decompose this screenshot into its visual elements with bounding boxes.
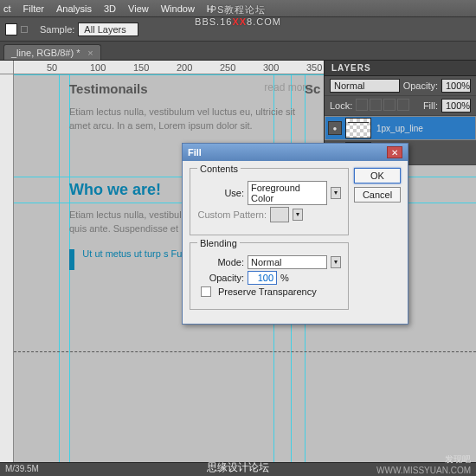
section-title-cut: Sc <box>305 81 320 96</box>
document-tab-bar: _line, RGB/8#) * × <box>0 42 476 61</box>
lock-all-icon[interactable] <box>397 99 409 111</box>
fill-dialog: Fill ✕ Contents Use: Foreground Color ▾ … <box>182 143 408 325</box>
opacity-label: Opacity: <box>403 80 438 91</box>
selection-boundary <box>14 351 476 352</box>
fill-field[interactable]: 100% <box>441 99 471 113</box>
chevron-down-icon: ▾ <box>293 209 303 221</box>
opacity-field[interactable]: 100% <box>441 79 471 93</box>
chevron-down-icon[interactable]: ▾ <box>331 256 341 268</box>
ruler-mark: 100 <box>90 62 106 73</box>
lock-position-icon[interactable] <box>383 99 396 111</box>
ruler-mark: 300 <box>263 62 279 73</box>
use-label: Use: <box>197 188 244 198</box>
blending-fieldset: Blending Mode: Normal ▾ Opacity: 100 % P… <box>190 242 349 310</box>
sample-label: Sample: <box>40 24 74 35</box>
dialog-title: Fill <box>188 147 387 158</box>
blend-mode-select[interactable]: Normal <box>330 79 400 93</box>
chevron-down-icon[interactable]: ▾ <box>331 187 341 199</box>
document-tab-name: _line, RGB/8#) * <box>11 48 80 58</box>
preserve-transparency-checkbox[interactable] <box>201 286 211 297</box>
ruler-mark: 50 <box>47 62 57 73</box>
menu-item[interactable]: View <box>128 3 149 14</box>
body-text: Etiam lectus nulla, vestibulum vel luctu… <box>69 105 312 132</box>
contents-fieldset: Contents Use: Foreground Color ▾ Custom … <box>190 168 349 235</box>
fill-label: Fill: <box>423 100 438 111</box>
sample-select[interactable]: All Layers <box>78 23 138 36</box>
layer-row-selected[interactable]: 1px_up_line <box>325 116 476 140</box>
cancel-button[interactable]: Cancel <box>354 187 401 203</box>
ruler-vertical[interactable] <box>0 74 14 462</box>
dialog-titlebar[interactable]: Fill ✕ <box>183 144 408 161</box>
mode-label: Mode: <box>197 257 244 267</box>
visibility-eye-icon[interactable] <box>328 121 342 135</box>
menu-item[interactable]: ct <box>3 3 11 14</box>
pattern-label: Custom Pattern: <box>197 209 267 220</box>
menu-bar: ct Filter Analysis 3D View Window H <box>0 0 476 17</box>
ok-button[interactable]: OK <box>354 168 401 183</box>
lock-pixels-icon[interactable] <box>370 99 382 111</box>
lock-label: Lock: <box>330 100 352 111</box>
ruler-mark: 150 <box>133 62 149 73</box>
panel-tab-layers[interactable]: LAYERS <box>325 61 476 76</box>
ruler-mark: 250 <box>220 62 235 73</box>
tool-swatch[interactable] <box>5 23 17 35</box>
quote-bar-icon <box>69 249 74 270</box>
opacity-label: Opacity: <box>197 273 244 283</box>
status-bar: M/39.5M <box>0 462 476 476</box>
menu-item[interactable]: Analysis <box>56 3 92 14</box>
percent-label: % <box>280 273 289 283</box>
section-title: Testimonails <box>69 81 148 96</box>
fieldset-legend: Contents <box>197 164 241 174</box>
menu-item[interactable]: H <box>207 3 214 14</box>
lock-transparency-icon[interactable] <box>356 99 368 111</box>
layer-name[interactable]: 1px_up_line <box>376 124 423 133</box>
guide-vertical[interactable] <box>59 74 60 462</box>
document-tab[interactable]: _line, RGB/8#) * × <box>3 44 101 60</box>
opacity-input[interactable]: 100 <box>248 271 277 285</box>
close-icon[interactable]: × <box>87 48 93 58</box>
lock-icons <box>356 99 411 113</box>
layer-thumbnail[interactable] <box>345 118 371 138</box>
preserve-transparency-label: Preserve Transparency <box>218 286 317 297</box>
fieldset-legend: Blending <box>197 238 240 248</box>
menu-item[interactable]: 3D <box>104 3 116 14</box>
ruler-mark: 200 <box>177 62 192 73</box>
menu-item[interactable]: Window <box>161 3 195 14</box>
menu-item[interactable]: Filter <box>23 3 44 14</box>
pattern-swatch <box>270 207 289 222</box>
tool-dropdown-icon[interactable] <box>21 26 28 33</box>
options-bar: Sample: All Layers <box>0 17 476 42</box>
mode-select[interactable]: Normal <box>248 255 327 269</box>
ruler-mark: 350 <box>306 62 322 73</box>
close-icon[interactable]: ✕ <box>387 146 402 158</box>
ruler-corner <box>0 61 14 74</box>
use-select[interactable]: Foreground Color <box>248 181 327 205</box>
